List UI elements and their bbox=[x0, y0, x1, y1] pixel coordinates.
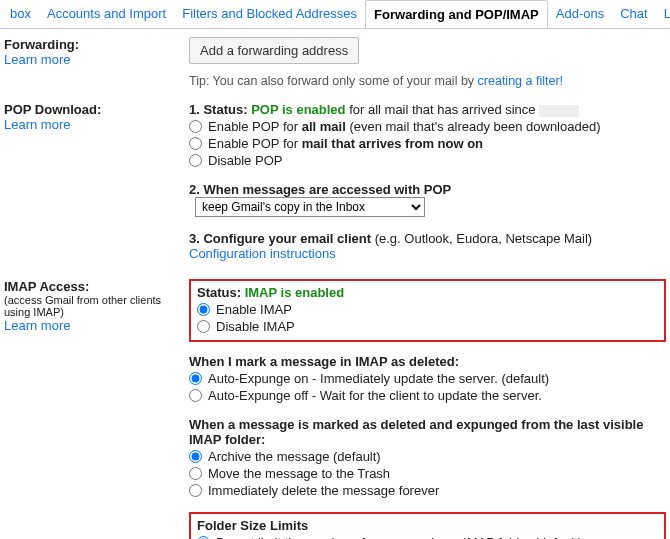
pop-configure-block: 3. Configure your email client (e.g. Out… bbox=[189, 231, 666, 261]
imap-status-highlight: Status: IMAP is enabled Enable IMAP Disa… bbox=[189, 279, 666, 342]
imap-status-prefix: Status: bbox=[197, 285, 245, 300]
pop-configure-prefix: 3. Configure your email client bbox=[189, 231, 371, 246]
pop-learn-more-link[interactable]: Learn more bbox=[4, 117, 70, 132]
forwarding-tip-text: Tip: You can also forward only some of y… bbox=[189, 74, 478, 88]
pop-enable-now-label: Enable POP for mail that arrives from no… bbox=[208, 136, 483, 151]
imap-trash-radio[interactable] bbox=[189, 467, 202, 480]
settings-tabs: box Accounts and Import Filters and Bloc… bbox=[0, 0, 670, 29]
imap-section: IMAP Access: (access Gmail from other cl… bbox=[4, 279, 666, 539]
imap-subheading: (access Gmail from other clients using I… bbox=[4, 294, 183, 318]
pop-status-value: POP is enabled bbox=[251, 102, 345, 117]
imap-enable-radio[interactable] bbox=[197, 303, 210, 316]
imap-expunged-heading: When a message is marked as deleted and … bbox=[189, 417, 666, 447]
tab-labs[interactable]: Labs bbox=[656, 0, 670, 28]
pop-enable-all-radio[interactable] bbox=[189, 120, 202, 133]
pop-enable-all-label: Enable POP for all mail (even mail that'… bbox=[208, 119, 601, 134]
imap-expunge-on-label: Auto-Expunge on - Immediately update the… bbox=[208, 371, 549, 386]
settings-content: Forwarding: Learn more Add a forwarding … bbox=[0, 29, 670, 539]
tab-chat[interactable]: Chat bbox=[612, 0, 655, 28]
imap-learn-more-link[interactable]: Learn more bbox=[4, 318, 70, 333]
imap-deleted-heading: When I mark a message in IMAP as deleted… bbox=[189, 354, 666, 369]
tab-filters[interactable]: Filters and Blocked Addresses bbox=[174, 0, 365, 28]
imap-expunge-off-radio[interactable] bbox=[189, 389, 202, 402]
pop-access-select[interactable]: keep Gmail's copy in the Inbox bbox=[195, 197, 425, 217]
pop-access-block: 2. When messages are accessed with POP k… bbox=[189, 182, 666, 217]
imap-deleted-block: When I mark a message in IMAP as deleted… bbox=[189, 354, 666, 403]
tab-inbox[interactable]: box bbox=[2, 0, 39, 28]
imap-forever-radio[interactable] bbox=[189, 484, 202, 497]
pop-heading: POP Download: bbox=[4, 102, 183, 117]
imap-archive-label: Archive the message (default) bbox=[208, 449, 381, 464]
pop-status-suffix: for all mail that has arrived since bbox=[346, 102, 540, 117]
forwarding-heading: Forwarding: bbox=[4, 37, 183, 52]
imap-archive-radio[interactable] bbox=[189, 450, 202, 463]
imap-disable-radio[interactable] bbox=[197, 320, 210, 333]
imap-trash-label: Move the message to the Trash bbox=[208, 466, 390, 481]
imap-enable-label: Enable IMAP bbox=[216, 302, 292, 317]
imap-status-value: IMAP is enabled bbox=[245, 285, 344, 300]
imap-fsl-heading: Folder Size Limits bbox=[197, 518, 658, 533]
create-filter-link[interactable]: creating a filter! bbox=[478, 74, 563, 88]
imap-expunge-off-label: Auto-Expunge off - Wait for the client t… bbox=[208, 388, 542, 403]
imap-forever-label: Immediately delete the message forever bbox=[208, 483, 439, 498]
forwarding-learn-more-link[interactable]: Learn more bbox=[4, 52, 70, 67]
pop-status-block: 1. Status: POP is enabled for all mail t… bbox=[189, 102, 666, 168]
imap-fsl-nolimit-label: Do not limit the number of messages in a… bbox=[216, 535, 582, 539]
tab-forwarding-pop-imap[interactable]: Forwarding and POP/IMAP bbox=[365, 0, 548, 29]
pop-since-redacted bbox=[539, 105, 579, 117]
tab-accounts-import[interactable]: Accounts and Import bbox=[39, 0, 174, 28]
imap-folder-limits-highlight: Folder Size Limits Do not limit the numb… bbox=[189, 512, 666, 539]
imap-heading: IMAP Access: bbox=[4, 279, 183, 294]
pop-access-heading: 2. When messages are accessed with POP bbox=[189, 182, 451, 197]
pop-enable-now-radio[interactable] bbox=[189, 137, 202, 150]
forwarding-tip: Tip: You can also forward only some of y… bbox=[189, 74, 666, 88]
pop-config-instructions-link[interactable]: Configuration instructions bbox=[189, 246, 336, 261]
add-forwarding-address-button[interactable]: Add a forwarding address bbox=[189, 37, 359, 64]
pop-disable-radio[interactable] bbox=[189, 154, 202, 167]
pop-disable-label: Disable POP bbox=[208, 153, 282, 168]
pop-configure-suffix: (e.g. Outlook, Eudora, Netscape Mail) bbox=[371, 231, 592, 246]
imap-expunge-on-radio[interactable] bbox=[189, 372, 202, 385]
tab-addons[interactable]: Add-ons bbox=[548, 0, 612, 28]
imap-expunged-block: When a message is marked as deleted and … bbox=[189, 417, 666, 498]
imap-disable-label: Disable IMAP bbox=[216, 319, 295, 334]
pop-status-prefix: 1. Status: bbox=[189, 102, 251, 117]
forwarding-section: Forwarding: Learn more Add a forwarding … bbox=[4, 37, 666, 88]
pop-section: POP Download: Learn more 1. Status: POP … bbox=[4, 102, 666, 265]
